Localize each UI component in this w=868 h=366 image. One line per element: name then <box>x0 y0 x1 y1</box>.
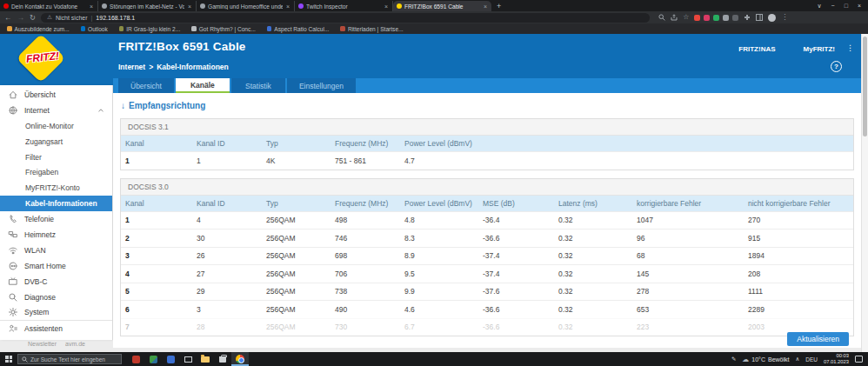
browser-tab[interactable]: Twitch Inspector× <box>295 1 393 11</box>
bookmark-item[interactable]: Got Rhythm? | Conc... <box>191 26 256 32</box>
chrome-icon <box>236 355 244 363</box>
app-tab-kanäle[interactable]: Kanäle <box>176 78 230 93</box>
sidebar-item-kabel-informationen[interactable]: Kabel-Informationen <box>0 196 112 211</box>
sidebar-item-dvb-c[interactable]: DVB-C <box>0 274 112 289</box>
bookmark-item[interactable]: IR Gras-Iglu klein 2... <box>119 26 180 32</box>
tab-close-icon[interactable]: × <box>285 3 290 10</box>
fritz-logo[interactable]: FRITZ! <box>14 37 71 82</box>
close-window-button[interactable]: × <box>858 3 861 9</box>
sidebar-item-wlan[interactable]: WLAN <box>0 243 112 258</box>
browser-tab[interactable]: Gaming und Homeoffice under...× <box>197 1 295 11</box>
reload-icon[interactable]: ↻ <box>30 14 36 22</box>
extension-gray[interactable] <box>723 15 729 21</box>
column-header: Kanal ID <box>192 199 262 208</box>
app-tab-einstellungen[interactable]: Einstellungen <box>287 78 356 93</box>
taskbar: Zur Suche Text hier eingeben ✎ ☁ 10°C Be… <box>0 352 868 366</box>
task-view-button[interactable] <box>179 352 197 366</box>
search-icon[interactable] <box>658 14 665 21</box>
bookmark-item[interactable]: Aspect Ratio Calcul... <box>267 26 330 32</box>
browser-tab[interactable]: Dein Kontakt zu Vodafone× <box>0 1 98 11</box>
scrollbar-thumb[interactable] <box>863 37 867 136</box>
sidebar-panel-icon[interactable] <box>756 14 763 21</box>
sidebar-item-heimnetz[interactable]: Heimnetz <box>0 227 112 243</box>
browser-kebab-icon[interactable]: ⋮ <box>781 14 788 21</box>
app-tab-statistik[interactable]: Statistik <box>231 78 285 93</box>
main-content: ↓ Empfangsrichtung DOCSIS 3.1KanalKanal … <box>113 93 861 348</box>
minimize-button[interactable]: − <box>831 3 835 9</box>
taskbar-search[interactable]: Zur Suche Text hier eingeben <box>17 354 122 364</box>
bookmark-item[interactable]: Ritterladen | Startse... <box>340 26 403 32</box>
sidebar-item-telefonie[interactable]: Telefonie <box>0 211 112 227</box>
breadcrumb-section[interactable]: Internet <box>118 63 145 71</box>
forward-icon[interactable]: → <box>17 14 25 22</box>
store-bag-icon <box>219 356 226 363</box>
sidebar-item-übersicht[interactable]: Übersicht <box>0 87 112 103</box>
table-cell: 738 <box>331 287 400 296</box>
table-cell: 0.32 <box>554 216 632 224</box>
table-row: 728256QAM7306.7-36.60.322232003 <box>121 318 853 336</box>
pen-icon[interactable]: ✎ <box>731 356 736 363</box>
refresh-button[interactable]: Aktualisieren <box>787 332 849 346</box>
extensions-puzzle-icon[interactable] <box>744 14 751 21</box>
sidebar-item-zugangsart[interactable]: Zugangsart <box>0 134 112 150</box>
browser-menu-chevron-icon[interactable]: ∨ <box>817 3 821 10</box>
chrome-button[interactable] <box>231 352 249 366</box>
table-cell: 2 <box>121 234 192 243</box>
help-icon[interactable]: ? <box>831 61 842 72</box>
sidebar-item-diagnose[interactable]: Diagnose <box>0 289 112 305</box>
store-button[interactable] <box>214 352 231 366</box>
sidebar-item-internet[interactable]: Internet <box>0 103 112 118</box>
avm-link[interactable]: avm.de <box>65 341 85 347</box>
extension-red[interactable] <box>694 15 700 21</box>
maximize-button[interactable]: □ <box>845 3 848 9</box>
tab-title: Gaming und Homeoffice under... <box>208 3 283 10</box>
header-kebab-icon[interactable]: ⋮ <box>846 43 854 52</box>
back-icon[interactable]: ← <box>4 14 12 22</box>
taskbar-clock[interactable]: 00:03 07.01.2023 <box>824 353 849 365</box>
header-link[interactable]: FRITZ!NAS <box>738 45 775 53</box>
taskbar-app-green[interactable] <box>144 352 162 366</box>
bookmark-item[interactable]: Outlook <box>81 26 108 32</box>
section-heading[interactable]: ↓ Empfangsrichtung <box>121 101 861 110</box>
tab-close-icon[interactable]: × <box>89 3 94 10</box>
notification-center-icon[interactable] <box>855 356 863 363</box>
sidebar-item-online-monitor[interactable]: Online-Monitor <box>0 118 112 134</box>
language-indicator[interactable]: DEU <box>805 356 818 363</box>
extension-dark[interactable] <box>732 15 738 21</box>
sidebar-item-system[interactable]: System <box>0 304 112 320</box>
sidebar-item-filter[interactable]: Filter <box>0 150 112 165</box>
bookmark-item[interactable]: Auszubildende zum... <box>7 26 70 32</box>
header-link[interactable]: MyFRITZ! <box>804 45 835 53</box>
sidebar-item-smart-home[interactable]: Smart Home <box>0 258 112 274</box>
browser-tab[interactable]: Störungen im Kabel-Netz - Voda...× <box>98 1 197 11</box>
security-label: Nicht sicher <box>56 15 88 21</box>
window-controls: ∨ − □ × <box>817 0 868 11</box>
tray-chevron-icon[interactable]: ∧ <box>795 356 799 363</box>
taskbar-app-blue[interactable] <box>162 352 179 366</box>
table-cell: -36.6 <box>478 305 554 314</box>
tab-close-icon[interactable]: × <box>483 3 488 10</box>
page-scrollbar[interactable] <box>861 34 868 352</box>
share-icon[interactable] <box>671 14 678 21</box>
column-header: Frequenz (MHz) <box>331 199 400 208</box>
extension-pink[interactable] <box>704 15 710 21</box>
weather-widget[interactable]: ☁ 10°C Bewölkt <box>742 356 789 363</box>
tab-close-icon[interactable]: × <box>187 3 192 10</box>
tab-close-icon[interactable]: × <box>384 3 389 10</box>
sidebar-item-assistenten[interactable]: Assistenten <box>0 320 112 336</box>
taskbar-app-red[interactable] <box>127 352 144 366</box>
file-explorer-button[interactable] <box>197 352 214 366</box>
extension-green[interactable] <box>713 15 719 21</box>
sidebar-item-myfritz-konto[interactable]: MyFRITZ!-Konto <box>0 180 112 196</box>
newsletter-link[interactable]: Newsletter <box>28 341 57 347</box>
browser-tab[interactable]: FRITZ!Box 6591 Cable× <box>393 1 491 11</box>
start-button[interactable] <box>0 352 17 366</box>
new-tab-button[interactable]: + <box>497 2 501 10</box>
sidebar-item-freigaben[interactable]: Freigaben <box>0 164 112 180</box>
extension-icons <box>694 15 738 21</box>
app-tab-übersicht[interactable]: Übersicht <box>118 78 174 93</box>
bookmark-star-icon[interactable]: ☆ <box>683 14 689 21</box>
table-cell: 29 <box>192 287 262 296</box>
address-bar[interactable]: ⚠ Nicht sicher | 192.168.178.1 <box>41 13 650 23</box>
profile-avatar[interactable] <box>768 14 776 22</box>
